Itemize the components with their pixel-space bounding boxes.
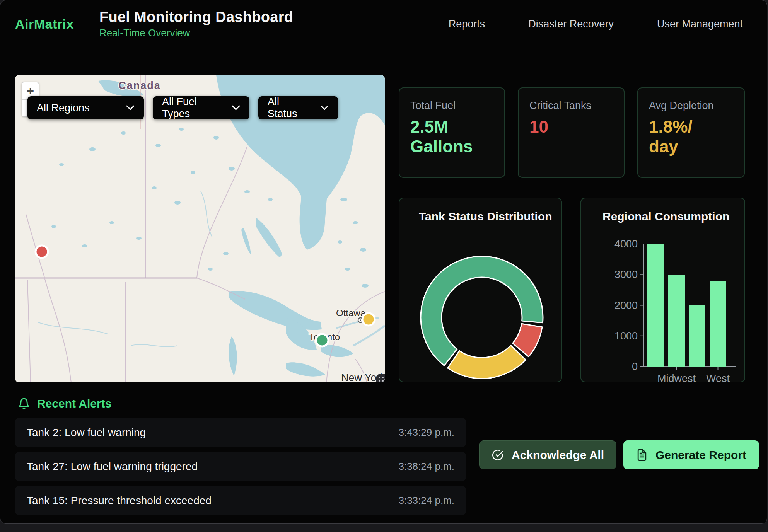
kpi-value: 10 (529, 117, 548, 136)
fuel-type-filter-select[interactable]: All Fuel Types (153, 96, 249, 119)
bar-x-tick-label: West (706, 373, 730, 383)
nav-item-reports[interactable]: Reports (449, 18, 485, 30)
alert-message: Tank 27: Low fuel warning triggered (27, 460, 198, 473)
generate-report-label: Generate Report (655, 448, 746, 462)
bar-region-1 (668, 275, 685, 367)
region-filter-select[interactable]: All Regions (27, 96, 144, 119)
donut-segment-warning-yellow (448, 345, 526, 379)
generate-report-button[interactable]: Generate Report (623, 440, 759, 469)
title-block: Fuel Monitoring Dashboard Real-Time Over… (99, 9, 293, 39)
alert-row[interactable]: Tank 15: Pressure threshold exceeded 3:3… (15, 486, 466, 515)
kpi-value: 1.8%/ day (649, 117, 693, 156)
kpi-label: Avg Depletion (649, 100, 714, 112)
tank-status-card: Tank Status Distribution (399, 198, 562, 382)
brand-logo: AirMatrix (15, 17, 74, 32)
tank-status-donut-chart (399, 198, 563, 383)
alert-timestamp: 3:38:24 p.m. (398, 460, 454, 472)
alert-row[interactable]: Tank 2: Low fuel warning 3:43:29 p.m. (15, 418, 466, 447)
page-title: Fuel Monitoring Dashboard (99, 9, 293, 26)
region-filter-value: All Regions (37, 102, 90, 114)
bar-y-tick-label: 4000 (614, 238, 638, 250)
nav-item-disaster-recovery[interactable]: Disaster Recovery (528, 18, 614, 30)
kpi-card-critical-tanks: Critical Tanks 10 (518, 87, 625, 178)
bar-region-3 (710, 281, 726, 367)
map-marker-critical[interactable] (36, 246, 48, 258)
page-subtitle: Real-Time Overview (99, 27, 293, 39)
kpi-card-total-fuel: Total Fuel 2.5M Gallons (399, 87, 505, 178)
bar-y-tick-label: 2000 (614, 300, 638, 311)
map-filters: All Regions All Fuel Types All Status (27, 96, 338, 119)
status-filter-select[interactable]: All Status (258, 96, 338, 119)
map-marker-warning[interactable] (362, 313, 375, 326)
main-nav: Reports Disaster Recovery User Managemen… (449, 18, 743, 30)
fuel-type-filter-value: All Fuel Types (162, 96, 222, 120)
bell-icon (18, 397, 30, 410)
kpi-card-avg-depletion: Avg Depletion 1.8%/ day (637, 87, 745, 178)
bar-y-tick-label: 3000 (614, 269, 638, 280)
alert-row[interactable]: Tank 27: Low fuel warning triggered 3:38… (15, 452, 466, 481)
bar-y-tick-label: 0 (632, 361, 638, 372)
nav-item-user-management[interactable]: User Management (657, 18, 743, 30)
bar-x-tick-label: Midwest (657, 373, 696, 383)
map-canvas[interactable]: Canada Ottawa Toronto New York (15, 75, 385, 382)
alerts-heading-text: Recent Alerts (37, 397, 111, 410)
bar-region-2 (689, 305, 705, 367)
kpi-label: Total Fuel (410, 100, 456, 112)
status-filter-value: All Status (268, 96, 310, 120)
alerts-heading: Recent Alerts (18, 397, 111, 410)
map-label-canada: Canada (118, 80, 161, 91)
chevron-down-icon (320, 105, 329, 111)
chevron-down-icon (126, 105, 135, 111)
bar-y-tick-label: 1000 (614, 330, 638, 342)
dashboard-app: AirMatrix Fuel Monitoring Dashboard Real… (0, 0, 767, 524)
acknowledge-all-button[interactable]: Acknowledge All (479, 440, 616, 469)
map-label-ottawa: Ottawa (336, 308, 366, 318)
bar-region-0 (647, 244, 664, 367)
file-text-icon (636, 449, 648, 461)
kpi-label: Critical Tanks (529, 100, 591, 112)
regional-consumption-bar-chart: 01000200030004000MidwestWest (581, 198, 746, 383)
alert-message: Tank 2: Low fuel warning (27, 426, 146, 439)
chevron-down-icon (232, 105, 240, 111)
header: AirMatrix Fuel Monitoring Dashboard Real… (0, 0, 767, 48)
kpi-value: 2.5M Gallons (410, 117, 473, 156)
acknowledge-all-label: Acknowledge All (512, 448, 604, 462)
map-panel[interactable]: Canada Ottawa Toronto New York + − All R… (15, 75, 385, 382)
check-circle-icon (492, 449, 504, 461)
alert-message: Tank 15: Pressure threshold exceeded (27, 494, 212, 507)
alert-timestamp: 3:33:24 p.m. (398, 494, 454, 506)
map-resize-grip[interactable] (376, 374, 385, 382)
regional-consumption-card: Regional Consumption 01000200030004000Mi… (580, 198, 745, 382)
alert-timestamp: 3:43:29 p.m. (398, 426, 454, 438)
map-marker-normal[interactable] (316, 334, 328, 346)
